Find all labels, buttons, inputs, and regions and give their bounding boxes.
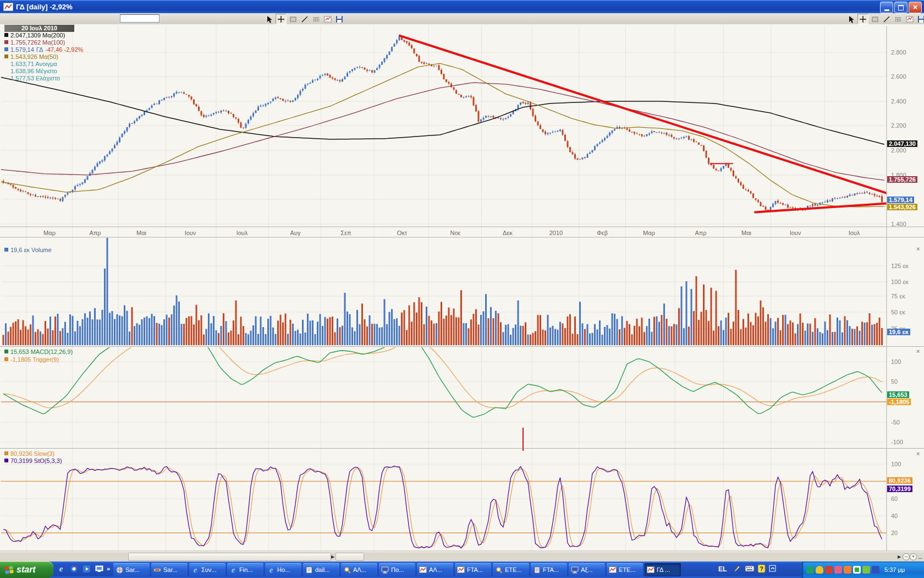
keyboard-icon[interactable] bbox=[745, 565, 755, 572]
legend-trigger: -1,1805 Trigger(9) bbox=[4, 356, 59, 363]
taskbar-button-fta[interactable]: FTA... bbox=[531, 563, 567, 576]
y-axis-label: 60 bbox=[891, 495, 898, 502]
ie-icon: e bbox=[229, 566, 237, 574]
taskbar-button-sar[interactable]: Sar... bbox=[151, 563, 188, 576]
taskbar-button-fin[interactable]: eFin... bbox=[227, 563, 263, 576]
chart-icon bbox=[647, 566, 654, 574]
plus-icon[interactable] bbox=[857, 14, 868, 24]
desktop: ΓΔ [daily] -2,92% ✕ 2.8002.6002.4002.200… bbox=[0, 0, 924, 578]
magnifier-icon bbox=[495, 566, 503, 574]
start-button[interactable]: start bbox=[0, 561, 53, 578]
green-shield-x-icon[interactable] bbox=[806, 566, 814, 574]
pink-mail-icon[interactable] bbox=[834, 566, 842, 574]
hscroll-right-arrow-icon[interactable]: ▶ bbox=[898, 554, 901, 559]
taskbar-button-dail[interactable]: dail... bbox=[303, 563, 339, 576]
ma200-value-tag: 2.047,130 bbox=[887, 140, 917, 147]
pointer-icon[interactable] bbox=[264, 14, 274, 24]
ie-icon[interactable]: e bbox=[56, 564, 66, 574]
ma100-marker-icon bbox=[4, 40, 8, 44]
grid-dots-icon[interactable] bbox=[893, 14, 903, 24]
save-icon[interactable] bbox=[334, 14, 344, 24]
plus-icon[interactable] bbox=[276, 14, 287, 24]
legend-ma50: 1.543,926 Μα(50) bbox=[4, 53, 58, 60]
legend-high: 1.638,96 Μέγιστο bbox=[4, 67, 57, 74]
zoom-in-button[interactable]: + bbox=[910, 553, 917, 560]
taskbar-button-ete[interactable]: ETE... bbox=[607, 563, 643, 576]
taskbar-button-ho[interactable]: eHo... bbox=[265, 563, 301, 576]
ie-mail-icon[interactable] bbox=[69, 564, 79, 574]
quick-launch-overflow-icon[interactable]: » bbox=[107, 565, 110, 572]
taskbar-clock[interactable]: 5:37 μμ bbox=[884, 566, 905, 573]
minimize-button[interactable] bbox=[880, 2, 893, 13]
x-axis-month-label: Σεπ bbox=[340, 230, 351, 236]
ie-icon: e bbox=[267, 566, 275, 574]
y-axis-label: 125 εκ bbox=[891, 263, 909, 269]
trigger-value-tag: -1,1805 bbox=[887, 399, 911, 405]
red-ball-x-icon[interactable] bbox=[825, 566, 833, 574]
ie-icon: e bbox=[191, 566, 199, 574]
chart-icon bbox=[609, 566, 617, 574]
stoch-panel-close-icon[interactable]: × bbox=[916, 451, 922, 456]
green-circle-icon[interactable] bbox=[853, 566, 861, 574]
y-axis-label: -50 bbox=[891, 419, 900, 426]
windows-flag-icon bbox=[4, 565, 14, 575]
y-axis-label: 40 bbox=[891, 512, 898, 519]
taskbar-button-πο[interactable]: Πο... bbox=[379, 563, 415, 576]
x-axis-month-label: Απρ bbox=[695, 230, 706, 236]
ma50-value-tag: 1.543,926 bbox=[887, 204, 917, 210]
taskbar-button-αξ[interactable]: Αξ... bbox=[569, 563, 605, 576]
x-axis-month-label: Οκτ bbox=[397, 230, 408, 236]
macd-value-tag: 15,653 bbox=[887, 391, 909, 398]
hscroll-thumb2[interactable] bbox=[336, 553, 364, 561]
taskbar-button-ete[interactable]: ETE... bbox=[493, 563, 529, 576]
macd-panel-close-icon[interactable]: × bbox=[916, 348, 922, 354]
yellow-warning-icon[interactable] bbox=[816, 566, 823, 574]
orange-notes-icon[interactable] bbox=[844, 566, 851, 574]
taskbar-button-fta[interactable]: FTA... bbox=[455, 563, 491, 576]
chart-hscrollbar[interactable]: ▶ ▶ − + ↔ bbox=[0, 552, 924, 562]
volume-panel-close-icon[interactable]: × bbox=[916, 246, 922, 252]
close-button[interactable]: ✕ bbox=[909, 2, 922, 13]
taskbar-button-συν[interactable]: eΣυν... bbox=[189, 563, 226, 576]
help-icon[interactable]: ? bbox=[758, 564, 766, 573]
chart-window-icon[interactable] bbox=[323, 14, 333, 24]
rect-select-icon[interactable] bbox=[870, 14, 880, 24]
x-axis-month-label: Μαρ bbox=[43, 230, 56, 236]
chart-icon bbox=[457, 566, 465, 574]
x-axis-month-label: Μαι bbox=[136, 230, 147, 236]
y-axis-label: 100 bbox=[891, 358, 901, 365]
toolbar-input[interactable] bbox=[120, 14, 160, 23]
line-tool-icon[interactable] bbox=[882, 14, 892, 24]
green-leaf-icon[interactable] bbox=[862, 566, 870, 574]
svg-text:?: ? bbox=[760, 565, 763, 572]
chart-window-icon[interactable] bbox=[905, 14, 915, 24]
y-axis-label: 1.400 bbox=[891, 221, 906, 227]
show-desktop-icon[interactable] bbox=[94, 564, 104, 574]
restore-button[interactable] bbox=[894, 2, 908, 13]
grid-dots-icon[interactable] bbox=[311, 14, 321, 24]
media-player-icon[interactable] bbox=[81, 564, 91, 574]
price-chart[interactable]: 2.8002.6002.4002.2002.0001.8001.6001.400… bbox=[0, 24, 924, 552]
fit-width-icon[interactable]: ↔ bbox=[917, 554, 923, 560]
taskbar-button-αλ[interactable]: ΑΛ... bbox=[417, 563, 453, 576]
taskbar-button-sar[interactable]: Sar... bbox=[113, 563, 150, 576]
save-icon[interactable] bbox=[916, 14, 924, 24]
legend-ma100: 1.755,7262 Μα(100) bbox=[4, 39, 65, 46]
hscroll-arrow-icon[interactable]: ▶ bbox=[331, 554, 334, 559]
taskbar-button-αλ[interactable]: ΑΛ... bbox=[341, 563, 377, 576]
rect-select-icon[interactable] bbox=[288, 14, 298, 24]
blue-phone-icon[interactable] bbox=[872, 566, 879, 574]
undock-chevron-icon[interactable] bbox=[769, 565, 777, 572]
document-icon bbox=[533, 566, 541, 574]
pen-icon[interactable] bbox=[733, 564, 741, 573]
price-marker-icon bbox=[4, 47, 8, 51]
line-tool-icon[interactable] bbox=[300, 14, 310, 24]
legend-slow: 80,9236 Slow(3) bbox=[4, 450, 54, 457]
zoom-out-button[interactable]: − bbox=[903, 553, 910, 560]
taskbar-button-γδ[interactable]: ΓΔ ... bbox=[645, 563, 681, 576]
y-axis-label: 2.000 bbox=[891, 147, 906, 154]
pointer-icon[interactable] bbox=[846, 14, 856, 24]
language-indicator[interactable]: EL bbox=[718, 565, 727, 573]
window-title: ΓΔ [daily] -2,92% bbox=[16, 3, 72, 11]
hscroll-thumb[interactable] bbox=[128, 553, 331, 561]
